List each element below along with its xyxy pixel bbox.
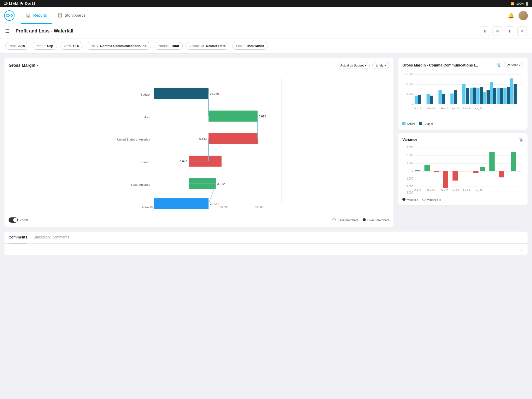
wifi-icon: 📶: [511, 2, 514, 5]
trend-card: Gross Margin - Comma Communications I...…: [398, 58, 528, 130]
svg-rect-45: [462, 84, 466, 104]
svg-rect-53: [490, 82, 493, 104]
svg-text:Aug 20: Aug 20: [475, 107, 483, 110]
svg-rect-85: [453, 171, 458, 181]
svg-rect-58: [507, 87, 510, 104]
svg-text:1.000: 1.000: [407, 162, 413, 164]
svg-text:5.000: 5.000: [407, 92, 413, 95]
svg-rect-39: [427, 94, 430, 104]
svg-rect-51: [483, 92, 486, 104]
filter-scale[interactable]: Scale Thousands: [232, 42, 268, 50]
variance-legend-item: Variance: [402, 198, 418, 201]
svg-rect-81: [415, 170, 420, 171]
svg-text:Budget: Budget: [141, 93, 150, 96]
menu-icon[interactable]: ☰: [5, 28, 9, 34]
variance-card: Variance 📡 3.000 2.000 1.000 0 -1.000 -2…: [398, 133, 528, 206]
main-content: Gross Margin ▾ Actual vs Budget ▾ Entity…: [0, 54, 532, 231]
storyboards-icon: 📋: [57, 13, 63, 18]
entity-button[interactable]: Entity ▾: [372, 62, 389, 69]
base-members-icon: [332, 218, 336, 221]
reports-icon: 📊: [26, 13, 31, 18]
nav-right: 🔔: [508, 11, 528, 20]
filter-period[interactable]: Period Sep: [32, 42, 57, 50]
chevron-down-icon: ▾: [365, 64, 366, 67]
trend-chart: 15.000 10.000 5.000 0: [402, 71, 523, 121]
comments-section: Comments Subsidiary Comments ▭: [4, 231, 528, 255]
toolbar-actions: ⬆ ⊞ T ⟳: [480, 26, 527, 36]
periodic-button[interactable]: Periodic ▾: [504, 62, 523, 68]
svg-text:-2.000: -2.000: [406, 185, 413, 188]
filter-view[interactable]: View YTD: [60, 42, 83, 50]
trend-card-title: Gross Margin - Comma Communications I...: [402, 63, 478, 67]
tab-storyboards[interactable]: 📋 Storyboards: [52, 7, 91, 24]
svg-rect-91: [499, 171, 504, 177]
actual-legend: Actual: [402, 122, 415, 125]
svg-text:3.000: 3.000: [407, 146, 413, 149]
variance-legend-icon: [402, 198, 405, 201]
svg-text:15.000: 15.000: [405, 73, 413, 76]
svg-rect-87: [467, 171, 472, 171]
svg-text:Feb 20: Feb 20: [441, 107, 448, 110]
trend-card-header: Gross Margin - Comma Communications I...…: [402, 62, 523, 68]
panel-controls: Actual vs Budget ▾ Entity ▾: [337, 62, 389, 69]
gross-margin-title[interactable]: Gross Margin ▾: [9, 63, 38, 68]
svg-text:Dec 19: Dec 19: [427, 107, 435, 110]
chevron-down-icon: ▾: [37, 64, 38, 67]
filter-entity[interactable]: Entity Comma Communications Inc.: [86, 42, 151, 50]
svg-rect-37: [415, 96, 418, 104]
actual-vs-budget-button[interactable]: Actual vs Budget ▾: [337, 62, 370, 69]
svg-text:United States of America: United States of America: [117, 138, 150, 141]
tab-subsidiary-comments[interactable]: Subsidiary Comments: [34, 231, 69, 243]
nav-tabs: 📊 Reports 📋 Storyboards: [21, 7, 508, 24]
svg-rect-92: [511, 152, 516, 171]
svg-text:Oct 19: Oct 19: [414, 189, 421, 191]
waterfall-chart: Budget Asia United States of America Eur…: [9, 73, 389, 213]
budget-legend: Budget: [419, 122, 433, 125]
svg-text:-1.000: -1.000: [406, 177, 413, 180]
svg-text:0: 0: [411, 169, 413, 172]
battery-icon: ▓: [526, 2, 528, 5]
direct-members-icon: [363, 218, 366, 221]
filter-actuals[interactable]: Actuals at Default Rate: [185, 42, 230, 50]
svg-rect-38: [418, 95, 421, 104]
zoom-switch[interactable]: [9, 217, 18, 223]
svg-rect-46: [466, 88, 469, 104]
svg-text:10.000: 10.000: [405, 83, 413, 85]
bar-usa[interactable]: [209, 133, 258, 144]
tab-comments[interactable]: Comments: [9, 231, 27, 243]
zoom-label: Zoom: [20, 218, 28, 222]
svg-rect-54: [493, 88, 496, 104]
actual-legend-icon: [402, 122, 405, 125]
text-format-button[interactable]: T: [505, 26, 514, 36]
svg-text:2.000: 2.000: [407, 154, 413, 157]
nav-bar: CXO 📊 Reports 📋 Storyboards 🔔: [0, 7, 532, 24]
app-logo[interactable]: CXO: [4, 10, 15, 21]
bar-budget[interactable]: [154, 88, 208, 99]
comments-tabs: Comments Subsidiary Comments: [4, 231, 528, 244]
share-button[interactable]: ⬆: [480, 26, 489, 36]
battery-text: 100%: [516, 2, 524, 5]
svg-rect-40: [430, 96, 433, 104]
variance-legend: Variance Variance %: [402, 198, 523, 201]
avatar[interactable]: [518, 11, 528, 20]
bar-actual[interactable]: [154, 198, 208, 209]
expand-icon[interactable]: ▭: [520, 247, 523, 252]
tab-reports[interactable]: 📊 Reports: [21, 7, 52, 24]
notification-bell-icon[interactable]: 🔔: [508, 12, 514, 19]
svg-text:Oct 19: Oct 19: [414, 107, 421, 110]
svg-rect-50: [480, 87, 483, 104]
direct-members-legend: Direct members: [363, 218, 389, 222]
svg-rect-90: [489, 152, 495, 171]
filter-year[interactable]: Year 2020: [5, 42, 29, 50]
right-panel: Gross Margin - Comma Communications I...…: [398, 58, 528, 227]
comments-footer: ▭: [4, 244, 528, 255]
filter-button[interactable]: ⟳: [517, 26, 527, 36]
status-bar: 10:12 AM Fri Dec 18 📶 100% ▓: [0, 0, 532, 7]
add-chart-button[interactable]: ⊞: [493, 26, 502, 36]
svg-text:Actual: Actual: [142, 206, 150, 209]
trend-legend: Actual Budget: [402, 122, 523, 125]
svg-text:Europe: Europe: [141, 161, 150, 164]
filter-product[interactable]: Product Total: [154, 42, 183, 50]
variance-card-header: Variance 📡: [402, 137, 523, 142]
svg-rect-82: [424, 165, 430, 171]
